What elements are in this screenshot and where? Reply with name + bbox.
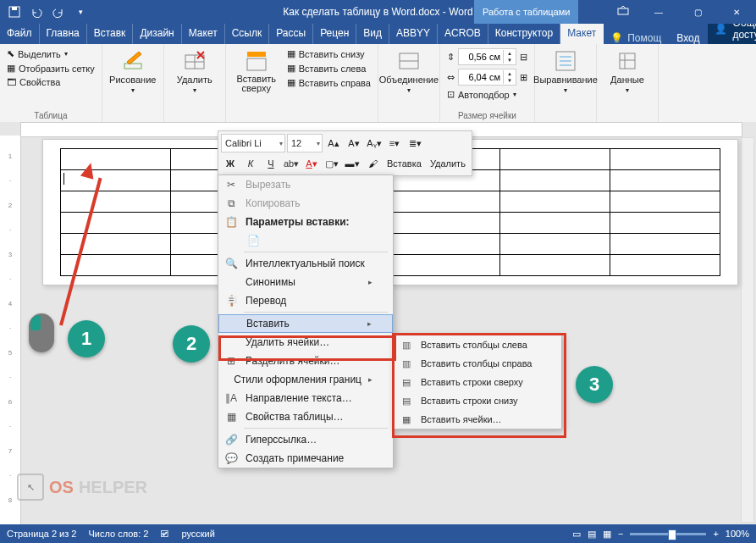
sub-rows-below[interactable]: ▤Вставить строки снизу (394, 391, 561, 410)
insert-left-button[interactable]: ▦Вставить слева (285, 62, 372, 75)
data-button[interactable]: Данные▾ (602, 47, 653, 96)
shading-button[interactable]: ▬▾ (343, 154, 361, 173)
ctx-table-props[interactable]: ▦Свойства таблицы… (218, 407, 393, 426)
tab-review[interactable]: Рецен (313, 24, 356, 44)
ctx-smart-lookup[interactable]: 🔍Интеллектуальный поиск (218, 254, 393, 273)
font-color-button[interactable]: А▾ (302, 154, 321, 173)
redo-icon[interactable] (51, 4, 66, 19)
paste-icon: 📋 (223, 214, 239, 230)
zoom-out-button[interactable]: − (618, 529, 623, 539)
tab-abbyy[interactable]: ABBYY (389, 24, 438, 44)
tab-design[interactable]: Дизайн (133, 24, 181, 44)
italic-button[interactable]: К (241, 154, 260, 173)
ctx-text-direction[interactable]: ∥AНаправление текста… (218, 389, 393, 407)
sign-in[interactable]: Вход (668, 32, 708, 44)
tab-table-layout[interactable]: Макет (560, 24, 604, 44)
status-page[interactable]: Страница 2 из 2 (7, 529, 76, 539)
status-language[interactable]: русский (181, 529, 214, 539)
tab-view[interactable]: Вид (356, 24, 389, 44)
styles-button[interactable]: Aᵧ▾ (365, 134, 384, 152)
data-label: Данные (610, 75, 644, 85)
delete-button[interactable]: Удалить▾ (169, 47, 220, 96)
tab-acrobat[interactable]: ACROB (438, 24, 488, 44)
mini-insert-button[interactable]: Вставка (384, 154, 425, 173)
search-icon: 🔍 (223, 256, 239, 271)
tab-file[interactable]: Файл (0, 24, 40, 44)
vertical-scrollbar[interactable] (741, 137, 754, 523)
insert-right-button[interactable]: ▦Вставить справа (285, 76, 372, 89)
view-read-icon[interactable]: ▭ (572, 529, 581, 540)
width-input[interactable] (459, 72, 503, 82)
ctx-border-styles[interactable]: Стили оформления границ▸ (218, 370, 393, 389)
active-cell[interactable] (61, 170, 171, 191)
ctx-hyperlink[interactable]: 🔗Гиперссылка… (218, 430, 393, 449)
highlight-button[interactable]: ab▾ (282, 154, 301, 173)
format-painter-button[interactable]: 🖌 (363, 154, 382, 173)
status-spellcheck-icon[interactable]: 🗹 (160, 529, 169, 539)
vertical-ruler[interactable]: 1·2·3·4·5·6·7·8·9·10 (0, 136, 21, 524)
ctx-synonyms[interactable]: Синонимы▸ (218, 273, 393, 291)
select-button[interactable]: ⬉Выделить▾ (5, 47, 97, 60)
border-button[interactable]: ▢▾ (323, 154, 341, 173)
sub-cols-right[interactable]: ▥Вставить столбцы справа (394, 354, 561, 373)
sub-rows-below-label: Вставить строки снизу (421, 396, 518, 406)
tab-layout[interactable]: Макет (182, 24, 225, 44)
tab-home[interactable]: Главна (40, 24, 87, 44)
tab-constructor[interactable]: Конструктор (488, 24, 560, 44)
save-icon[interactable] (7, 4, 22, 19)
ctx-split-cells[interactable]: ⊞Разделить ячейки… (218, 352, 393, 370)
sub-rows-above[interactable]: ▤Вставить строки сверху (394, 373, 561, 391)
insert-below-button[interactable]: ▦Вставить снизу (285, 47, 372, 60)
view-web-icon[interactable]: ▦ (603, 529, 611, 540)
height-input[interactable] (459, 52, 503, 62)
tab-insert[interactable]: Вставк (87, 24, 134, 44)
insert-below-icon: ▦ (287, 48, 295, 59)
ctx-translate[interactable]: 🪧Перевод (218, 291, 393, 310)
grow-font-button[interactable]: A▴ (324, 134, 343, 152)
mini-delete-button[interactable]: Удалить (427, 154, 469, 173)
tab-mailings[interactable]: Рассы (269, 24, 313, 44)
insert-right-label: Вставить справа (299, 78, 371, 88)
status-words[interactable]: Число слов: 2 (88, 529, 148, 539)
bullets-button[interactable]: ≡▾ (385, 134, 404, 152)
dist-rows-icon[interactable]: ⊟ (520, 52, 527, 63)
insert-above-button[interactable]: Вставить сверху (231, 47, 282, 95)
properties-button[interactable]: 🗔Свойства (5, 76, 97, 88)
numbering-button[interactable]: ≣▾ (406, 134, 424, 152)
ctx-paste-option[interactable]: 📄 (218, 231, 393, 250)
bold-button[interactable]: Ж (221, 154, 240, 173)
zoom-in-button[interactable]: + (713, 529, 718, 539)
align-button[interactable]: Выравнивание▾ (540, 47, 591, 96)
tab-references[interactable]: Ссылк (225, 24, 270, 44)
merge-button[interactable]: Объединение▾ (384, 47, 434, 96)
ribbon-options-icon[interactable] (617, 5, 629, 19)
undo-icon[interactable] (29, 4, 44, 19)
sub-cells[interactable]: ▦Вставить ячейки… (394, 410, 561, 429)
draw-button[interactable]: Рисование▾ (108, 47, 158, 96)
close-button[interactable]: ✕ (717, 0, 756, 24)
minimize-button[interactable]: — (639, 0, 678, 24)
ctx-insert[interactable]: Вставить▸ (218, 314, 393, 333)
view-print-icon[interactable]: ▤ (588, 529, 596, 540)
ctx-delete-cells[interactable]: Удалить ячейки… (218, 333, 393, 352)
qat-customize-icon[interactable]: ▾ (73, 4, 88, 19)
shrink-font-button[interactable]: A▾ (345, 134, 363, 152)
maximize-button[interactable]: ▢ (678, 0, 717, 24)
font-select[interactable]: Calibri Li (221, 134, 285, 152)
underline-button[interactable]: Ч (262, 154, 280, 173)
ctx-paste-header: 📋Параметры вставки: (218, 213, 393, 231)
sub-cols-left[interactable]: ▥Вставить столбцы слева (394, 335, 561, 354)
view-gridlines-button[interactable]: ▦Отобразить сетку (5, 62, 97, 75)
ctx-new-comment[interactable]: 💬Создать примечание (218, 449, 393, 468)
zoom-value[interactable]: 100% (726, 529, 749, 539)
tell-me[interactable]: 💡Помощ (604, 32, 668, 44)
row-height[interactable]: ⇕▲▼⊟ (445, 47, 529, 66)
ctx-cut: ✂Вырезать (218, 175, 393, 194)
ctx-trans-label: Перевод (246, 295, 286, 307)
window-title: Как сделать таблицу в Word.docx - Word (283, 6, 472, 18)
zoom-slider[interactable] (630, 533, 706, 535)
col-width[interactable]: ⇔▲▼⊞ (445, 68, 529, 86)
dist-cols-icon[interactable]: ⊞ (520, 72, 527, 83)
size-select[interactable]: 12 (287, 134, 323, 152)
autofit-button[interactable]: ⊡Автоподбор▾ (445, 88, 529, 101)
